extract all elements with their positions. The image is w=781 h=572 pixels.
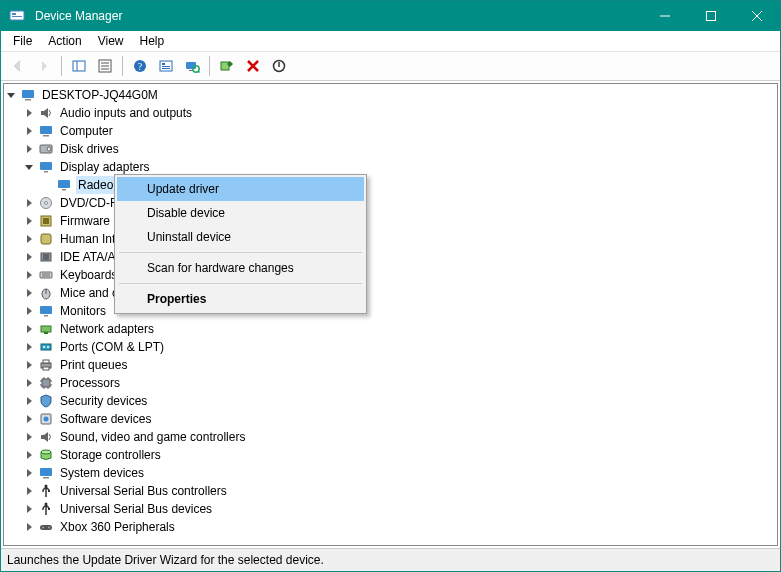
- tree-node[interactable]: Software devices: [4, 410, 777, 428]
- storage-icon: [38, 447, 54, 463]
- node-label: Universal Serial Bus devices: [58, 500, 214, 518]
- chevron-right-icon[interactable]: [22, 412, 36, 426]
- uninstall-device-button[interactable]: [241, 54, 265, 78]
- minimize-button[interactable]: [642, 1, 688, 31]
- svg-point-76: [42, 508, 44, 510]
- chevron-right-icon[interactable]: [22, 106, 36, 120]
- context-menu-item[interactable]: Scan for hardware changes: [117, 256, 364, 280]
- status-bar: Launches the Update Driver Wizard for th…: [1, 548, 780, 571]
- tree-node[interactable]: Universal Serial Bus controllers: [4, 482, 777, 500]
- node-label: Disk drives: [58, 140, 121, 158]
- context-menu-item[interactable]: Uninstall device: [117, 225, 364, 249]
- menu-file[interactable]: File: [5, 32, 40, 50]
- svg-rect-30: [44, 171, 48, 173]
- chevron-down-icon[interactable]: [4, 88, 18, 102]
- svg-point-28: [47, 147, 51, 151]
- forward-button[interactable]: [32, 54, 56, 78]
- device-manager-window: Device Manager File Action View Help ? D…: [0, 0, 781, 572]
- chevron-right-icon[interactable]: [22, 124, 36, 138]
- tree-node[interactable]: Security devices: [4, 392, 777, 410]
- context-menu-item[interactable]: Update driver: [117, 177, 364, 201]
- svg-rect-68: [41, 435, 44, 439]
- help-button[interactable]: ?: [128, 54, 152, 78]
- context-menu-item[interactable]: Disable device: [117, 201, 364, 225]
- tree-node[interactable]: Computer: [4, 122, 777, 140]
- chevron-right-icon[interactable]: [22, 376, 36, 390]
- dvd-icon: [38, 195, 54, 211]
- svg-rect-49: [41, 326, 51, 332]
- keyboard-icon: [38, 267, 54, 283]
- chevron-right-icon[interactable]: [22, 214, 36, 228]
- svg-rect-23: [25, 99, 31, 101]
- tree-node[interactable]: System devices: [4, 464, 777, 482]
- scan-hardware-icon: [184, 58, 200, 74]
- context-menu-item-label: Update driver: [147, 182, 219, 196]
- chevron-right-icon[interactable]: [22, 268, 36, 282]
- context-menu-item-label: Scan for hardware changes: [147, 261, 294, 275]
- tree-node[interactable]: Processors: [4, 374, 777, 392]
- chevron-right-icon[interactable]: [22, 232, 36, 246]
- software-icon: [38, 411, 54, 427]
- tree-node[interactable]: Print queues: [4, 356, 777, 374]
- tree-node[interactable]: Sound, video and game controllers: [4, 428, 777, 446]
- chevron-right-icon[interactable]: [22, 250, 36, 264]
- node-label: Storage controllers: [58, 446, 163, 464]
- svg-point-75: [45, 503, 48, 506]
- close-button[interactable]: [734, 1, 780, 31]
- properties-button[interactable]: [93, 54, 117, 78]
- chevron-right-icon[interactable]: [22, 466, 36, 480]
- app-icon: [9, 8, 25, 24]
- hid-icon: [38, 231, 54, 247]
- chevron-right-icon[interactable]: [22, 286, 36, 300]
- menu-view[interactable]: View: [90, 32, 132, 50]
- chevron-right-icon[interactable]: [22, 142, 36, 156]
- svg-point-80: [48, 527, 50, 529]
- tree-node[interactable]: Ports (COM & LPT): [4, 338, 777, 356]
- svg-rect-32: [62, 189, 66, 191]
- tree-node[interactable]: Audio inputs and outputs: [4, 104, 777, 122]
- chevron-right-icon[interactable]: [22, 520, 36, 534]
- chevron-right-icon[interactable]: [22, 484, 36, 498]
- tree-node[interactable]: Storage controllers: [4, 446, 777, 464]
- menu-action[interactable]: Action: [40, 32, 89, 50]
- back-button[interactable]: [6, 54, 30, 78]
- usb-icon: [38, 483, 54, 499]
- tree-node[interactable]: Universal Serial Bus devices: [4, 500, 777, 518]
- tree-node[interactable]: Disk drives: [4, 140, 777, 158]
- chevron-right-icon[interactable]: [22, 358, 36, 372]
- status-text: Launches the Update Driver Wizard for th…: [7, 553, 324, 567]
- show-hide-console-tree-button[interactable]: [67, 54, 91, 78]
- maximize-button[interactable]: [688, 1, 734, 31]
- node-label: Computer: [58, 122, 115, 140]
- chevron-right-icon[interactable]: [22, 502, 36, 516]
- node-label: Xbox 360 Peripherals: [58, 518, 177, 536]
- show-hidden-devices-button[interactable]: [154, 54, 178, 78]
- tree-node[interactable]: Xbox 360 Peripherals: [4, 518, 777, 536]
- context-menu-item[interactable]: Properties: [117, 287, 364, 311]
- svg-rect-13: [162, 63, 165, 65]
- svg-rect-36: [43, 218, 49, 224]
- chevron-right-icon[interactable]: [22, 196, 36, 210]
- chevron-right-icon[interactable]: [22, 394, 36, 408]
- tree-node[interactable]: Network adapters: [4, 320, 777, 338]
- update-driver-button[interactable]: [215, 54, 239, 78]
- svg-rect-47: [40, 306, 52, 314]
- menu-help[interactable]: Help: [132, 32, 173, 50]
- chevron-right-icon[interactable]: [22, 430, 36, 444]
- chevron-right-icon[interactable]: [22, 340, 36, 354]
- show-hidden-icon: [158, 58, 174, 74]
- node-label: Universal Serial Bus controllers: [58, 482, 229, 500]
- tree-root[interactable]: DESKTOP-JQ44G0M: [4, 86, 777, 104]
- sound-icon: [38, 429, 54, 445]
- svg-rect-74: [48, 490, 50, 492]
- system-icon: [38, 465, 54, 481]
- chevron-down-icon[interactable]: [22, 160, 36, 174]
- chevron-right-icon[interactable]: [22, 322, 36, 336]
- chevron-right-icon[interactable]: [22, 304, 36, 318]
- uninstall-icon: [245, 58, 261, 74]
- scan-for-hardware-changes-button[interactable]: [180, 54, 204, 78]
- chevron-right-icon[interactable]: [22, 448, 36, 462]
- node-label: Firmware: [58, 212, 112, 230]
- device-tree[interactable]: DESKTOP-JQ44G0M Audio inputs and outputs…: [3, 83, 778, 546]
- disable-device-button[interactable]: [267, 54, 291, 78]
